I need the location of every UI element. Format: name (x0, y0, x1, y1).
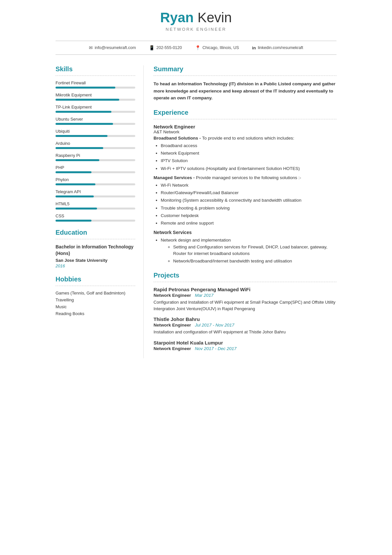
skill-bar-bg (56, 208, 135, 210)
job-title: NETWORK ENGINEER (56, 27, 336, 32)
education-section: Education Bachelor in Information Techno… (56, 229, 135, 268)
project-item: Starpoint Hotel Kuala Lumpur Network Eng… (154, 340, 336, 351)
broadband-desc: To provide end to end solutions which in… (202, 136, 294, 141)
full-name: Ryan Kevin (56, 10, 336, 25)
hobbies-section: Hobbies Games (Tennis, Golf and Badminto… (56, 276, 135, 316)
education-title: Education (56, 229, 135, 236)
skill-bar-bg (56, 183, 135, 185)
hobby-item: Travelling (56, 297, 135, 302)
skill-item: Arduino (56, 141, 135, 149)
managed-bullet: Router/Gateway/Firewall/Load Balancer (161, 190, 336, 196)
phone-icon: 📱 (149, 45, 155, 50)
network-main-list: Network design and implementation Settin… (154, 237, 336, 264)
skill-bar-fill (56, 99, 119, 101)
skill-bar-fill (56, 171, 91, 173)
linkedin-icon: in (252, 45, 256, 50)
email-contact: ✉ info@resumekraft.com (89, 45, 136, 50)
project-date: Jul 2017 - Nov 2017 (195, 323, 235, 328)
broadband-bullet: Broadband access (161, 143, 336, 149)
education-divider (56, 239, 135, 239)
broadband-label: Broadband Solutions - (154, 136, 202, 141)
skill-bar-fill (56, 147, 103, 149)
skill-bar-bg (56, 195, 135, 197)
skill-bar-fill (56, 195, 94, 197)
projects-section: Projects Rapid Petronas Pengerang Manage… (154, 272, 336, 351)
skill-item: Mikrotik Equipment (56, 92, 135, 101)
first-name: Ryan (160, 10, 194, 25)
header: Ryan Kevin NETWORK ENGINEER (49, 0, 343, 37)
skill-bar-bg (56, 135, 135, 137)
hobbies-divider (56, 286, 135, 286)
skill-bar-fill (56, 123, 113, 125)
skill-item: Ubiquiti (56, 129, 135, 137)
last-name: Kevin (194, 10, 232, 25)
summary-divider (154, 76, 336, 76)
skill-name: Telegram API (56, 189, 135, 194)
skill-name: Phyton (56, 177, 135, 182)
skill-item: Telegram API (56, 189, 135, 197)
phone-text: 202-555-0120 (156, 45, 182, 50)
skills-section: Skills Fortinet Firewall Mikrotik Equipm… (56, 65, 135, 222)
skill-bar-fill (56, 220, 91, 222)
project-title: Starpoint Hotel Kuala Lumpur (154, 340, 336, 345)
skill-bar-fill (56, 183, 95, 185)
managed-desc: Provide managed services to the followin… (196, 175, 301, 180)
skill-bar-fill (56, 208, 97, 210)
skill-item: Fortinet Firewall (56, 80, 135, 89)
summary-section: Summary To head an Information Technolog… (154, 65, 336, 102)
phone-contact: 📱 202-555-0120 (149, 45, 182, 50)
exp-managed: Managed Services - Provide managed servi… (154, 175, 336, 180)
main-layout: Skills Fortinet Firewall Mikrotik Equipm… (49, 59, 343, 365)
edu-year: 2016 (56, 263, 135, 268)
project-role: Network Engineer Mar 2017 (154, 293, 336, 298)
hobby-item: Reading Books (56, 311, 135, 316)
skill-name: Arduino (56, 141, 135, 146)
projects-divider (154, 282, 336, 282)
email-icon: ✉ (89, 45, 93, 50)
exp-company: A&T Network (154, 129, 336, 134)
managed-bullet: Remote and online support (161, 220, 336, 227)
managed-bullet: Trouble shooting & problem solving (161, 205, 336, 211)
project-item: Thistle Johor Bahru Network Engineer Jul… (154, 316, 336, 335)
project-desc: Installation and configuration of WiFi e… (154, 329, 336, 335)
experience-divider (154, 119, 336, 119)
broadband-bullet: Wi-Fi + IPTV solutions (Hospitality and … (161, 165, 336, 172)
skill-name: Mikrotik Equipment (56, 92, 135, 97)
broadband-list: Broadband accessNetwork EquipmentIPTV So… (154, 143, 336, 172)
hobbies-title: Hobbies (56, 276, 135, 283)
network-sub-bullet: Network/Broadband/Internet bandwidth tes… (173, 258, 336, 264)
skills-list: Fortinet Firewall Mikrotik Equipment TP-… (56, 80, 135, 222)
skill-item: Ubuntu Server (56, 117, 135, 125)
right-column: Summary To head an Information Technolog… (144, 65, 336, 358)
contact-bar: ✉ info@resumekraft.com 📱 202-555-0120 📍 … (56, 41, 336, 55)
project-date: Nov 2017 - Dec 2017 (195, 346, 237, 351)
projects-title: Projects (154, 272, 336, 279)
project-role-text: Network Engineer (154, 293, 191, 298)
skill-bar-fill (56, 111, 111, 113)
project-role-text: Network Engineer (154, 323, 191, 328)
location-contact: 📍 Chicago, Illinois, US (195, 45, 239, 50)
skill-bar-fill (56, 87, 115, 89)
experience-title: Experience (154, 109, 336, 116)
projects-list: Rapid Petronas Pengerang Managed WiFi Ne… (154, 287, 336, 351)
project-date: Mar 2017 (195, 293, 214, 298)
summary-title: Summary (154, 65, 336, 73)
skill-bar-bg (56, 171, 135, 173)
summary-text: To head an Information Technology (IT) d… (154, 80, 336, 102)
skill-name: TP-Link Equipment (56, 105, 135, 109)
skill-bar-fill (56, 135, 107, 137)
project-role: Network Engineer Nov 2017 - Dec 2017 (154, 346, 336, 351)
location-text: Chicago, Illinois, US (203, 45, 239, 50)
skill-name: CSS (56, 213, 135, 218)
skill-name: Ubiquiti (56, 129, 135, 134)
network-sub-bullet: Setting and Configuration services for F… (173, 244, 336, 257)
skill-name: PHP (56, 165, 135, 170)
skill-name: HTML5 (56, 201, 135, 206)
skill-bar-bg (56, 220, 135, 222)
skill-name: Fortinet Firewall (56, 80, 135, 85)
project-title: Thistle Johor Bahru (154, 316, 336, 322)
managed-bullet: Monitoring (System accessibility & conne… (161, 197, 336, 204)
managed-label: Managed Services - (154, 175, 196, 180)
skill-name: Raspberry Pi (56, 153, 135, 158)
skill-bar-bg (56, 99, 135, 101)
